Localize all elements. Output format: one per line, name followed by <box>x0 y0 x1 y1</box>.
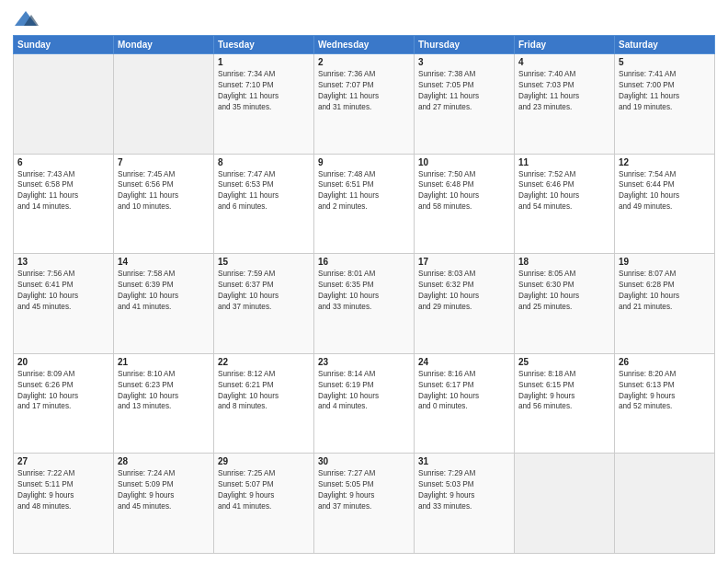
day-number: 24 <box>418 357 510 367</box>
day-info: Sunrise: 7:59 AM Sunset: 6:37 PM Dayligh… <box>218 269 310 313</box>
logo-icon <box>13 9 39 29</box>
day-info: Sunrise: 7:24 AM Sunset: 5:09 PM Dayligh… <box>118 468 210 512</box>
calendar-day-8: 8Sunrise: 7:47 AM Sunset: 6:53 PM Daylig… <box>214 154 314 254</box>
day-number: 5 <box>619 57 711 67</box>
calendar-week-2: 6Sunrise: 7:43 AM Sunset: 6:58 PM Daylig… <box>14 154 715 254</box>
day-info: Sunrise: 8:16 AM Sunset: 6:17 PM Dayligh… <box>418 369 510 413</box>
day-number: 31 <box>418 456 510 466</box>
calendar-day-20: 20Sunrise: 8:09 AM Sunset: 6:26 PM Dayli… <box>14 353 114 454</box>
calendar-day-31: 31Sunrise: 7:29 AM Sunset: 5:03 PM Dayli… <box>415 454 515 554</box>
day-number: 8 <box>218 157 310 167</box>
calendar-day-13: 13Sunrise: 7:56 AM Sunset: 6:41 PM Dayli… <box>14 254 114 354</box>
day-info: Sunrise: 7:48 AM Sunset: 6:51 PM Dayligh… <box>318 169 410 213</box>
empty-day <box>515 454 615 554</box>
day-number: 20 <box>17 357 109 367</box>
day-number: 11 <box>518 157 610 167</box>
calendar-day-28: 28Sunrise: 7:24 AM Sunset: 5:09 PM Dayli… <box>114 454 214 554</box>
calendar-day-15: 15Sunrise: 7:59 AM Sunset: 6:37 PM Dayli… <box>214 254 314 354</box>
calendar-day-11: 11Sunrise: 7:52 AM Sunset: 6:46 PM Dayli… <box>515 154 615 254</box>
day-number: 28 <box>118 456 210 466</box>
day-number: 23 <box>318 357 410 367</box>
day-info: Sunrise: 8:07 AM Sunset: 6:28 PM Dayligh… <box>619 269 711 313</box>
calendar-day-7: 7Sunrise: 7:45 AM Sunset: 6:56 PM Daylig… <box>114 154 214 254</box>
day-number: 27 <box>17 456 109 466</box>
empty-day <box>14 54 114 155</box>
page-header <box>13 9 715 29</box>
calendar-day-17: 17Sunrise: 8:03 AM Sunset: 6:32 PM Dayli… <box>415 254 515 354</box>
day-info: Sunrise: 7:25 AM Sunset: 5:07 PM Dayligh… <box>218 468 310 512</box>
calendar-day-24: 24Sunrise: 8:16 AM Sunset: 6:17 PM Dayli… <box>415 353 515 454</box>
calendar-week-5: 27Sunrise: 7:22 AM Sunset: 5:11 PM Dayli… <box>14 454 715 554</box>
day-header-monday: Monday <box>114 36 214 54</box>
calendar-header-row: SundayMondayTuesdayWednesdayThursdayFrid… <box>14 36 715 54</box>
day-info: Sunrise: 8:01 AM Sunset: 6:35 PM Dayligh… <box>318 269 410 313</box>
day-number: 22 <box>218 357 310 367</box>
day-info: Sunrise: 7:47 AM Sunset: 6:53 PM Dayligh… <box>218 169 310 213</box>
day-info: Sunrise: 7:50 AM Sunset: 6:48 PM Dayligh… <box>418 169 510 213</box>
day-header-wednesday: Wednesday <box>314 36 415 54</box>
day-number: 30 <box>318 456 410 466</box>
calendar-week-4: 20Sunrise: 8:09 AM Sunset: 6:26 PM Dayli… <box>14 353 715 454</box>
day-number: 29 <box>218 456 310 466</box>
day-info: Sunrise: 8:05 AM Sunset: 6:30 PM Dayligh… <box>518 269 610 313</box>
day-info: Sunrise: 7:27 AM Sunset: 5:05 PM Dayligh… <box>318 468 410 512</box>
calendar-table: SundayMondayTuesdayWednesdayThursdayFrid… <box>13 35 715 554</box>
day-number: 12 <box>619 157 711 167</box>
day-number: 10 <box>418 157 510 167</box>
calendar-day-19: 19Sunrise: 8:07 AM Sunset: 6:28 PM Dayli… <box>615 254 715 354</box>
day-info: Sunrise: 8:18 AM Sunset: 6:15 PM Dayligh… <box>518 369 610 413</box>
day-number: 21 <box>118 357 210 367</box>
calendar-week-1: 1Sunrise: 7:34 AM Sunset: 7:10 PM Daylig… <box>14 54 715 155</box>
calendar-day-5: 5Sunrise: 7:41 AM Sunset: 7:00 PM Daylig… <box>615 54 715 155</box>
day-info: Sunrise: 7:22 AM Sunset: 5:11 PM Dayligh… <box>17 468 109 512</box>
day-header-thursday: Thursday <box>415 36 515 54</box>
day-number: 16 <box>318 257 410 267</box>
day-info: Sunrise: 7:34 AM Sunset: 7:10 PM Dayligh… <box>218 69 310 113</box>
day-number: 26 <box>619 357 711 367</box>
day-header-tuesday: Tuesday <box>214 36 314 54</box>
calendar-week-3: 13Sunrise: 7:56 AM Sunset: 6:41 PM Dayli… <box>14 254 715 354</box>
calendar-day-26: 26Sunrise: 8:20 AM Sunset: 6:13 PM Dayli… <box>615 353 715 454</box>
calendar-day-16: 16Sunrise: 8:01 AM Sunset: 6:35 PM Dayli… <box>314 254 415 354</box>
day-number: 14 <box>118 257 210 267</box>
day-info: Sunrise: 7:29 AM Sunset: 5:03 PM Dayligh… <box>418 468 510 512</box>
calendar-day-3: 3Sunrise: 7:38 AM Sunset: 7:05 PM Daylig… <box>415 54 515 155</box>
day-info: Sunrise: 7:58 AM Sunset: 6:39 PM Dayligh… <box>118 269 210 313</box>
day-info: Sunrise: 7:54 AM Sunset: 6:44 PM Dayligh… <box>619 169 711 213</box>
calendar-day-6: 6Sunrise: 7:43 AM Sunset: 6:58 PM Daylig… <box>14 154 114 254</box>
day-info: Sunrise: 7:45 AM Sunset: 6:56 PM Dayligh… <box>118 169 210 213</box>
day-info: Sunrise: 7:43 AM Sunset: 6:58 PM Dayligh… <box>17 169 109 213</box>
day-info: Sunrise: 7:56 AM Sunset: 6:41 PM Dayligh… <box>17 269 109 313</box>
day-number: 3 <box>418 57 510 67</box>
calendar-day-4: 4Sunrise: 7:40 AM Sunset: 7:03 PM Daylig… <box>515 54 615 155</box>
day-info: Sunrise: 8:14 AM Sunset: 6:19 PM Dayligh… <box>318 369 410 413</box>
day-header-sunday: Sunday <box>14 36 114 54</box>
calendar-day-23: 23Sunrise: 8:14 AM Sunset: 6:19 PM Dayli… <box>314 353 415 454</box>
day-info: Sunrise: 7:38 AM Sunset: 7:05 PM Dayligh… <box>418 69 510 113</box>
day-number: 25 <box>518 357 610 367</box>
day-number: 6 <box>17 157 109 167</box>
calendar-day-9: 9Sunrise: 7:48 AM Sunset: 6:51 PM Daylig… <box>314 154 415 254</box>
day-number: 19 <box>619 257 711 267</box>
calendar-day-1: 1Sunrise: 7:34 AM Sunset: 7:10 PM Daylig… <box>214 54 314 155</box>
day-number: 9 <box>318 157 410 167</box>
day-number: 18 <box>518 257 610 267</box>
calendar-day-22: 22Sunrise: 8:12 AM Sunset: 6:21 PM Dayli… <box>214 353 314 454</box>
calendar-day-18: 18Sunrise: 8:05 AM Sunset: 6:30 PM Dayli… <box>515 254 615 354</box>
day-number: 2 <box>318 57 410 67</box>
empty-day <box>114 54 214 155</box>
calendar-day-14: 14Sunrise: 7:58 AM Sunset: 6:39 PM Dayli… <box>114 254 214 354</box>
day-number: 15 <box>218 257 310 267</box>
day-info: Sunrise: 7:36 AM Sunset: 7:07 PM Dayligh… <box>318 69 410 113</box>
day-number: 7 <box>118 157 210 167</box>
logo <box>13 9 42 29</box>
calendar-day-27: 27Sunrise: 7:22 AM Sunset: 5:11 PM Dayli… <box>14 454 114 554</box>
day-info: Sunrise: 7:41 AM Sunset: 7:00 PM Dayligh… <box>619 69 711 113</box>
empty-day <box>615 454 715 554</box>
calendar-day-25: 25Sunrise: 8:18 AM Sunset: 6:15 PM Dayli… <box>515 353 615 454</box>
calendar-day-12: 12Sunrise: 7:54 AM Sunset: 6:44 PM Dayli… <box>615 154 715 254</box>
day-number: 1 <box>218 57 310 67</box>
day-info: Sunrise: 8:03 AM Sunset: 6:32 PM Dayligh… <box>418 269 510 313</box>
day-header-friday: Friday <box>515 36 615 54</box>
day-header-saturday: Saturday <box>615 36 715 54</box>
